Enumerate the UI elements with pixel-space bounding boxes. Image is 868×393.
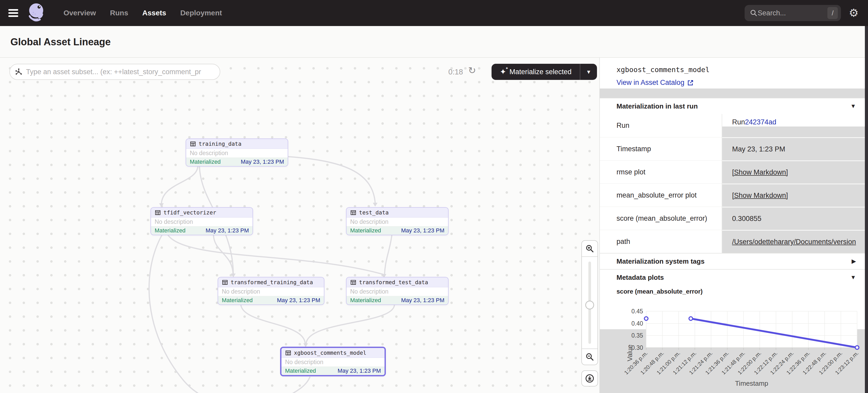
asset-status: Materialized xyxy=(155,227,186,234)
materialize-dropdown-caret[interactable]: ▾ xyxy=(580,68,597,75)
asset-detail-panel: xgboost_comments_model View in Asset Cat… xyxy=(599,58,865,393)
panel-asset-title: xgboost_comments_model xyxy=(617,66,710,74)
download-graph-button[interactable] xyxy=(581,370,598,387)
metadata-label: Timestamp xyxy=(600,137,722,160)
asset-description: No description xyxy=(151,218,252,226)
asset-node-training-data[interactable]: training_data No description Materialize… xyxy=(186,138,288,167)
dagster-app: Overview Runs Assets Deployment / ⚙ Glob… xyxy=(0,0,868,393)
lineage-edge xyxy=(214,235,233,274)
metadata-value: May 23, 1:23 PM xyxy=(722,137,865,160)
search-shortcut-badge: / xyxy=(827,7,838,19)
metadata-link[interactable]: [Show Markdown] xyxy=(732,168,788,176)
asset-node-transformed-test-data[interactable]: transformed_test_data No description Mat… xyxy=(346,277,448,305)
refresh-timer: 0:18 xyxy=(448,68,463,76)
section-system-tags[interactable]: Materialization system tags ▶ xyxy=(600,253,865,269)
asset-filter-input[interactable] xyxy=(26,68,215,76)
asset-description: No description xyxy=(281,358,384,367)
section-materialization-last-run[interactable]: Materialization in last run ▼ xyxy=(600,98,865,114)
asset-graph-pane[interactable]: 0:18 ↻ ✦✦ Materialize selected ▾ trainin… xyxy=(0,58,599,393)
asset-node-transformed-training-data[interactable]: transformed_training_data No description… xyxy=(218,277,324,305)
asset-description: No description xyxy=(186,149,288,158)
asset-status: Materialized xyxy=(350,297,381,304)
x-axis-title: Timestamp xyxy=(735,380,768,387)
table-icon xyxy=(285,350,291,356)
metadata-label: path xyxy=(600,230,722,253)
table-icon xyxy=(222,279,228,286)
run-id-link[interactable]: 242374ad xyxy=(745,118,776,126)
external-link-icon xyxy=(687,79,694,86)
asset-selector-icon xyxy=(15,68,22,75)
zoom-out-button[interactable] xyxy=(582,349,597,365)
y-tick-label: 0.45 xyxy=(631,308,643,315)
asset-node-xgboost-comments-model[interactable]: xgboost_comments_model No description Ma… xyxy=(280,347,386,376)
asset-description: No description xyxy=(346,218,448,226)
tab-assets[interactable]: Assets xyxy=(143,9,166,17)
zoom-in-button[interactable] xyxy=(582,241,597,256)
materialize-selected-button[interactable]: ✦✦ Materialize selected ▾ xyxy=(492,64,597,80)
page-title: Global Asset Lineage xyxy=(10,36,111,47)
asset-timestamp: May 23, 1:23 PM xyxy=(401,297,444,304)
score-line-chart: 1:20:36 p.m.1:20:48 p.m.1:21:00 p.m.1:21… xyxy=(600,292,865,393)
lineage-edge xyxy=(168,235,383,274)
vertical-scrollbar[interactable] xyxy=(865,26,868,393)
search-icon xyxy=(750,9,757,17)
asset-timestamp: May 23, 1:23 PM xyxy=(206,227,249,234)
metadata-value: 0.300855 xyxy=(722,207,865,230)
asset-node-test-data[interactable]: test_data No description MaterializedMay… xyxy=(346,207,448,235)
asset-status: Materialized xyxy=(350,227,381,234)
asset-description: No description xyxy=(218,287,324,296)
y-tick-label: 0.40 xyxy=(631,320,643,327)
zoom-in-icon xyxy=(585,244,594,253)
lineage-edge xyxy=(306,305,395,343)
graph-refresh-icon[interactable]: ↻ xyxy=(468,65,476,76)
metadata-row: TimestampMay 23, 1:23 PM xyxy=(600,137,865,160)
tab-runs[interactable]: Runs xyxy=(110,9,128,17)
metadata-row: score (mean_absolute_error)0.300855 xyxy=(600,207,865,230)
metadata-label: Run xyxy=(600,114,722,137)
data-point xyxy=(644,317,648,320)
global-search[interactable]: / xyxy=(745,5,841,21)
lineage-edge xyxy=(384,235,392,274)
page-header: Global Asset Lineage ↻ Reload definition… xyxy=(0,26,868,58)
metadata-row: path/Users/odetteharary/Documents/versio… xyxy=(600,230,865,253)
sparkle-icon: ✦✦ xyxy=(500,68,506,76)
chevron-down-icon: ▼ xyxy=(850,103,856,109)
asset-status: Materialized xyxy=(222,297,253,304)
view-in-asset-catalog-link[interactable]: View in Asset Catalog xyxy=(617,78,694,87)
zoom-slider-handle[interactable] xyxy=(585,301,594,309)
asset-timestamp: May 23, 1:23 PM xyxy=(401,227,444,234)
y-axis-title: Value xyxy=(626,345,634,361)
table-icon xyxy=(190,141,196,147)
asset-name: tfidf_vectorizer xyxy=(163,209,216,216)
download-icon xyxy=(585,374,594,383)
gear-icon[interactable]: ⚙ xyxy=(849,7,859,19)
data-point xyxy=(855,346,859,349)
dagster-logo[interactable] xyxy=(26,2,47,25)
zoom-slider[interactable] xyxy=(582,256,597,349)
metadata-row: RunRun 242374ad xyxy=(600,114,865,137)
y-tick-label: 0.35 xyxy=(631,332,643,339)
metadata-link[interactable]: [Show Markdown] xyxy=(732,192,788,200)
asset-status: Materialized xyxy=(190,159,221,165)
table-icon xyxy=(350,279,356,286)
asset-name: transformed_training_data xyxy=(231,279,313,286)
asset-node-tfidf-vectorizer[interactable]: tfidf_vectorizer No description Material… xyxy=(151,207,253,235)
metadata-row: mean_absolute_error plot[Show Markdown] xyxy=(600,184,865,207)
tab-overview[interactable]: Overview xyxy=(64,9,96,17)
asset-timestamp: May 23, 1:23 PM xyxy=(338,367,381,374)
menu-icon[interactable] xyxy=(8,9,18,17)
tab-deployment[interactable]: Deployment xyxy=(180,9,222,17)
lineage-edges xyxy=(0,58,599,393)
lineage-edge xyxy=(241,305,305,343)
metadata-link[interactable]: /Users/odetteharary/Documents/version xyxy=(732,238,856,246)
metadata-value: /Users/odetteharary/Documents/version xyxy=(722,230,865,253)
metadata-value: Run 242374ad xyxy=(722,114,865,137)
metadata-value: [Show Markdown] xyxy=(722,184,865,207)
section-metadata-plots[interactable]: Metadata plots ▼ xyxy=(600,269,865,285)
metadata-value: [Show Markdown] xyxy=(722,161,865,184)
edge-arrowhead xyxy=(159,203,164,207)
table-icon xyxy=(155,209,161,216)
search-input[interactable] xyxy=(757,9,827,17)
table-icon xyxy=(350,209,356,216)
asset-filter[interactable] xyxy=(9,64,220,80)
